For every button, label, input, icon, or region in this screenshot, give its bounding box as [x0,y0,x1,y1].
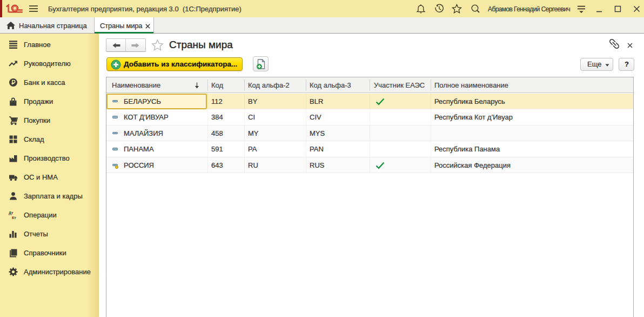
svg-text:Дт: Дт [9,211,14,215]
svg-text:Кт: Кт [12,216,16,220]
